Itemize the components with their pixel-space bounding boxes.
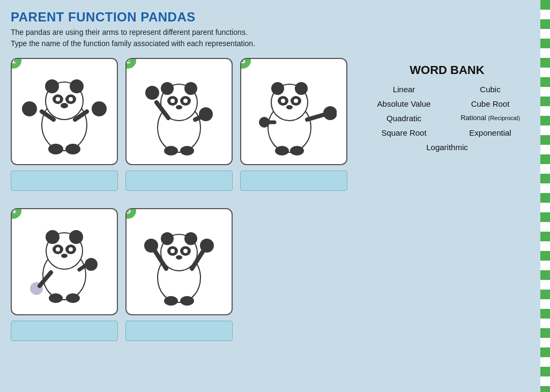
svg-point-20	[184, 82, 197, 95]
word-bank-grid: Linear Cubic Absolute Value Cube Root Qu…	[366, 85, 529, 152]
answer-box-5[interactable]	[125, 321, 233, 341]
word-quadratic: Quadratic	[366, 114, 442, 123]
page-title: PARENT FUNCTION PANDAS	[11, 10, 539, 25]
svg-point-56	[66, 293, 80, 303]
answer-box-2[interactable]	[125, 171, 233, 191]
panda-card-3: 3	[240, 58, 347, 165]
svg-point-70	[176, 255, 182, 260]
panda-1-svg	[21, 66, 107, 157]
svg-point-52	[56, 247, 60, 252]
svg-point-55	[49, 293, 63, 303]
svg-point-68	[170, 249, 175, 253]
svg-point-9	[69, 97, 73, 101]
panda-card-1: 1	[11, 58, 118, 165]
word-square-root: Square Root	[366, 128, 442, 137]
right-border-decoration	[540, 0, 550, 392]
svg-point-71	[164, 296, 178, 306]
svg-point-4	[45, 79, 59, 93]
panda-5-svg	[136, 216, 222, 307]
svg-point-38	[294, 99, 298, 103]
panda-card-4: 4	[11, 208, 118, 315]
panda-2-svg	[136, 66, 222, 157]
svg-point-33	[271, 82, 284, 95]
svg-point-53	[69, 247, 73, 252]
main-grid: 1	[11, 58, 539, 346]
panda-4-svg	[21, 216, 107, 307]
answer-box-4[interactable]	[11, 321, 118, 341]
word-rational: Rational (Reciprocal)	[452, 114, 529, 123]
svg-point-40	[275, 146, 289, 156]
svg-point-54	[61, 254, 68, 258]
svg-point-34	[295, 82, 308, 95]
svg-point-27	[180, 146, 194, 156]
svg-point-1	[92, 101, 107, 116]
svg-point-5	[70, 79, 84, 93]
svg-point-24	[183, 99, 188, 103]
panda-number-5: 5	[125, 208, 137, 220]
svg-point-69	[183, 249, 188, 253]
panda-card-2: 2	[125, 58, 233, 165]
svg-point-25	[176, 105, 182, 109]
panda-number-1: 1	[11, 58, 23, 70]
page: PARENT FUNCTION PANDAS The pandas are us…	[0, 0, 550, 392]
panda-number-2: 2	[125, 58, 137, 70]
word-bank: WORD BANK Linear Cubic Absolute Value Cu…	[355, 58, 539, 346]
panda-card-5: 5	[125, 208, 233, 315]
spacer-row3	[11, 196, 347, 203]
svg-point-10	[61, 103, 68, 108]
svg-point-39	[286, 105, 293, 109]
word-logarithmic: Logarithmic	[366, 143, 529, 152]
svg-point-15	[145, 86, 159, 100]
svg-point-23	[170, 99, 175, 103]
svg-point-12	[65, 144, 80, 154]
subtitle: The pandas are using their arms to repre…	[11, 27, 539, 49]
answer-box-1[interactable]	[11, 171, 118, 191]
panda-number-4: 4	[11, 208, 23, 220]
svg-point-19	[161, 82, 174, 95]
svg-point-37	[281, 99, 285, 103]
word-bank-title: WORD BANK	[366, 63, 529, 77]
svg-point-48	[46, 230, 60, 244]
panda-number-3: 3	[240, 58, 252, 70]
word-absolute-value: Absolute Value	[366, 99, 442, 108]
word-linear: Linear	[366, 85, 442, 94]
svg-point-8	[56, 97, 60, 101]
svg-point-0	[22, 101, 37, 116]
svg-point-72	[180, 296, 194, 306]
svg-point-49	[69, 230, 83, 244]
word-cube-root: Cube Root	[452, 99, 529, 108]
word-exponential: Exponential	[452, 128, 529, 137]
svg-point-65	[184, 232, 197, 245]
svg-point-26	[164, 146, 178, 156]
panda-3-svg	[251, 66, 337, 157]
svg-point-41	[290, 146, 304, 156]
answer-box-3[interactable]	[240, 171, 347, 191]
svg-point-11	[48, 144, 63, 154]
svg-point-64	[161, 232, 174, 245]
word-cubic: Cubic	[452, 85, 529, 94]
